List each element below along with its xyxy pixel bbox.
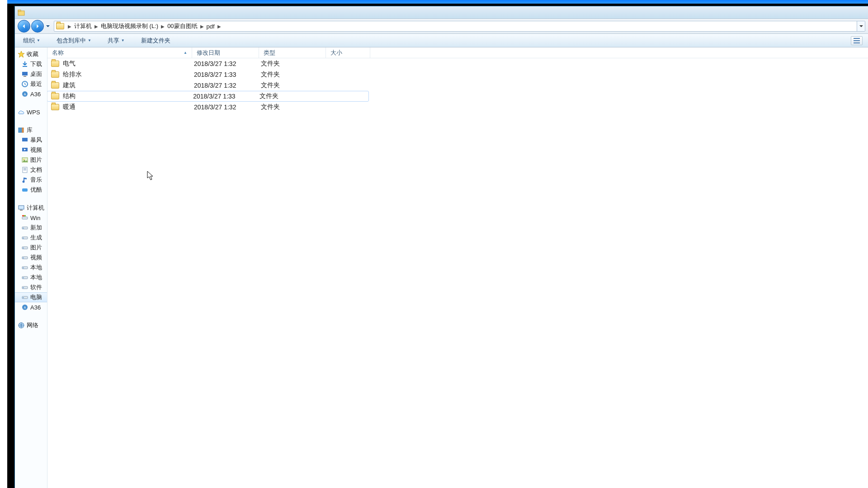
share-label: 共享 [108,37,119,45]
table-row[interactable]: 建筑2018/3/27 1:32文件夹 [47,80,868,91]
col-date-label: 修改日期 [197,49,220,57]
sidebar-drive-item[interactable]: Win [15,213,47,223]
forward-button[interactable] [31,20,44,33]
sidebar-lib-item[interactable]: 优酷 [15,185,47,195]
svg-rect-38 [23,267,24,268]
sidebar-fav-item[interactable]: AA36 [15,89,47,99]
nav-history-dropdown[interactable] [45,22,51,31]
file-list[interactable]: 名称 ▲ 修改日期 类型 大小 电气2018/3/27 1:32文件夹给排水2 [47,47,868,488]
back-button[interactable] [18,20,30,33]
sidebar-drive-item[interactable]: 图片 [15,243,47,253]
col-header-date[interactable]: 修改日期 [192,47,259,58]
crumb-drive[interactable]: 电脑现场视频录制 (L:) [100,21,159,31]
organize-menu[interactable]: 组织 ▼ [20,36,43,46]
table-row[interactable]: 暖通2018/3/27 1:32文件夹 [47,102,868,113]
sidebar-item-label: 暴风 [30,136,42,144]
sidebar-drive-item[interactable]: 本地 [15,263,47,272]
sidebar-drive-item[interactable]: 生成 [15,233,47,243]
col-type-label: 类型 [264,49,275,57]
chevron-down-icon: ▼ [121,38,125,42]
sidebar-lib-item[interactable]: 暴风 [15,135,47,145]
col-header-size[interactable]: 大小 [326,47,370,58]
breadcrumb-dropdown[interactable] [857,21,865,32]
sidebar-lib-item[interactable]: 视频 [15,145,47,155]
wps-cloud[interactable]: WPS [15,107,47,117]
drive-icon [21,284,28,291]
folder-icon [56,23,64,29]
computer-label: 计算机 [27,204,44,212]
row-date: 2018/3/27 1:32 [192,103,259,111]
sidebar-lib-item[interactable]: 图片 [15,155,47,165]
sidebar-item-label: 图片 [30,156,42,164]
sidebar-item-label: 最近 [30,80,42,88]
share-menu[interactable]: 共享 ▼ [105,36,127,46]
folder-icon [51,82,59,89]
navigation-pane[interactable]: 收藏 下载桌面最近AA36 WPS 库 暴风视频图片文档音乐优酷 [15,47,47,488]
col-header-type[interactable]: 类型 [259,47,326,58]
col-header-name[interactable]: 名称 ▲ [47,47,192,58]
row-type: 文件夹 [259,81,326,89]
sidebar-item-label: 生成 [30,234,42,242]
sidebar-icon: A [21,90,28,98]
title-bar[interactable] [15,6,868,19]
sidebar-fav-item[interactable]: 最近 [15,79,47,89]
folder-icon [51,71,59,78]
libraries-header[interactable]: 库 [15,125,47,135]
svg-text:A: A [24,306,26,309]
sidebar-fav-item[interactable]: 桌面 [15,69,47,79]
drive-icon [21,254,28,261]
drive-icon [21,224,28,231]
sidebar-drive-item[interactable]: 软件 [15,282,47,292]
sidebar-drive-item[interactable]: AA36 [15,302,47,312]
sidebar-item-label: 图片 [30,244,42,252]
drive-icon [21,264,28,271]
sidebar-item-label: Win [30,215,40,221]
folder-icon [51,93,59,99]
window-icon [18,9,25,16]
svg-rect-26 [22,217,28,219]
sidebar-drive-item[interactable]: 视频 [15,253,47,263]
sidebar-lib-item[interactable]: 音乐 [15,175,47,185]
row-type: 文件夹 [259,70,326,79]
sidebar-lib-item[interactable]: 文档 [15,165,47,175]
svg-rect-27 [22,215,24,216]
row-type: 文件夹 [259,103,326,111]
new-folder-button[interactable]: 新建文件夹 [138,36,173,46]
svg-rect-19 [24,168,26,169]
sidebar-item-label: 视频 [30,253,42,262]
folder-icon [51,104,59,110]
sidebar-drive-item[interactable]: 电脑 [15,292,47,302]
col-name-label: 名称 [52,49,64,57]
favorites-label: 收藏 [27,50,38,58]
svg-point-17 [24,159,25,160]
sidebar-fav-item[interactable]: 下载 [15,59,47,69]
sidebar-icon [21,80,28,88]
network-label: 网络 [27,321,38,329]
chevron-down-icon: ▼ [88,38,91,42]
sidebar-drive-item[interactable]: 本地 [15,272,47,282]
sidebar-item-label: 软件 [30,283,42,291]
sidebar-drive-item[interactable]: 新加 [15,223,47,233]
network-header[interactable]: 网络 [15,320,47,330]
include-in-library-menu[interactable]: 包含到库中 ▼ [54,36,94,46]
svg-point-22 [23,181,25,183]
svg-rect-34 [23,248,24,249]
address-bar[interactable]: ▶ 计算机 ▶ 电脑现场视频录制 (L:) ▶ 00蒙自图纸 ▶ pdf ▶ [54,21,865,32]
sidebar-item-label: 本地 [30,273,42,282]
computer-header[interactable]: 计算机 [15,203,47,213]
table-row[interactable]: 电气2018/3/27 1:32文件夹 [47,58,868,69]
drive-icon: A [21,304,28,311]
table-row[interactable]: 结构2018/3/27 1:33文件夹 [47,91,369,102]
table-row[interactable]: 给排水2018/3/27 1:33文件夹 [47,69,868,80]
crumb-folder-2[interactable]: pdf [206,21,216,31]
wps-label: WPS [27,109,40,116]
row-date: 2018/3/27 1:32 [192,82,259,89]
crumb-computer[interactable]: 计算机 [73,21,93,31]
crumb-folder-1[interactable]: 00蒙自图纸 [166,21,198,31]
view-options-button[interactable] [851,36,863,45]
sidebar-icon [21,156,28,164]
drive-icon [21,244,28,251]
favorites-header[interactable]: 收藏 [15,49,47,59]
sidebar-item-label: A36 [30,91,41,98]
sidebar-icon [21,146,28,154]
